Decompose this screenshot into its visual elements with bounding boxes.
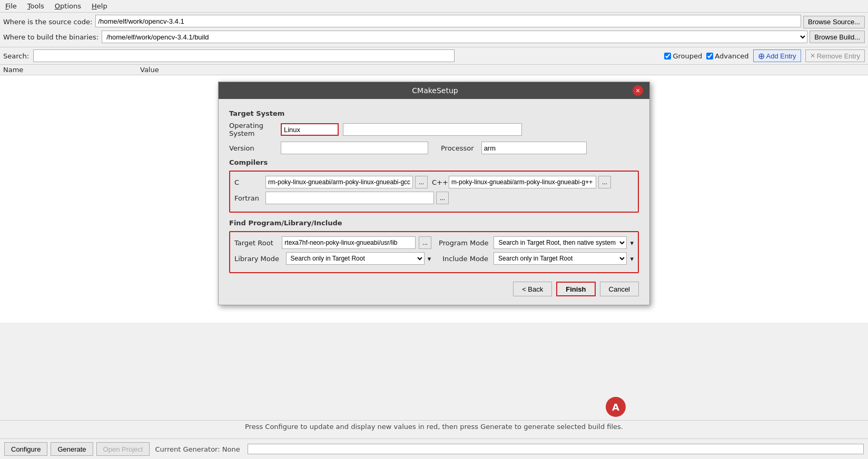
cmake-setup-dialog: CMakeSetup × Target System Operating Sys… <box>218 82 650 305</box>
search-input[interactable] <box>33 49 455 62</box>
browse-build-button[interactable]: Browse Build... <box>810 31 865 43</box>
fortran-compiler-row: Fortran ... <box>234 192 634 204</box>
generate-button[interactable]: Generate <box>51 442 93 456</box>
version-label: Version <box>229 144 277 152</box>
cancel-button[interactable]: Cancel <box>600 282 639 296</box>
remove-entry-button[interactable]: ✕ Remove Entry <box>805 49 865 62</box>
target-root-label: Target Root <box>234 239 279 247</box>
source-label: Where is the source code: <box>3 18 92 26</box>
dialog-titlebar: CMakeSetup × <box>219 82 649 99</box>
progress-bar <box>248 444 864 454</box>
menubar: File Tools Options Help <box>0 0 868 13</box>
library-mode-chevron: ▾ <box>428 255 431 263</box>
advanced-checkbox[interactable] <box>706 53 713 59</box>
version-input[interactable] <box>281 142 428 154</box>
open-project-button[interactable]: Open Project <box>96 442 150 456</box>
include-mode-label: Include Mode <box>442 255 488 263</box>
current-generator: Current Generator: None <box>155 445 240 453</box>
menu-help[interactable]: Help <box>90 1 110 11</box>
fortran-browse-button[interactable]: ... <box>436 192 449 204</box>
add-entry-button[interactable]: ⊕ Add Entry <box>753 49 801 62</box>
source-input[interactable] <box>95 15 801 27</box>
search-label: Search: <box>3 52 29 60</box>
menu-options[interactable]: Options <box>53 1 83 11</box>
c-compiler-label: C <box>234 178 263 186</box>
target-system-label: Target System <box>229 109 639 117</box>
advanced-checkbox-label[interactable]: Advanced <box>706 52 748 60</box>
build-label: Where to build the binaries: <box>3 33 98 41</box>
program-mode-chevron: ▾ <box>630 239 634 247</box>
remove-icon: ✕ <box>810 52 815 59</box>
c-compiler-row: C ... C++ ... <box>234 176 634 188</box>
processor-label: Processor <box>441 144 474 152</box>
version-row: Version Processor <box>229 142 639 154</box>
corner-icon: A <box>606 397 626 417</box>
bottom-bar: Configure Generate Open Project Current … <box>0 438 868 459</box>
menu-file[interactable]: File <box>3 1 19 11</box>
os-label: Operating System <box>229 122 277 137</box>
fortran-input[interactable] <box>265 192 434 204</box>
processor-input[interactable] <box>481 142 587 154</box>
finish-button[interactable]: Finish <box>556 282 595 296</box>
os-row: Operating System <box>229 122 639 137</box>
dialog-close-button[interactable]: × <box>633 85 643 96</box>
program-mode-select[interactable]: Search in Target Root, then native syste… <box>494 236 627 249</box>
cxx-compiler-input[interactable] <box>449 176 596 188</box>
col-name-header: Name <box>3 66 140 74</box>
grouped-checkbox[interactable] <box>664 53 671 59</box>
c-compiler-browse-button[interactable]: ... <box>415 176 428 188</box>
menu-tools[interactable]: Tools <box>25 1 46 11</box>
dialog-buttons: < Back Finish Cancel <box>229 282 639 296</box>
col-value-header: Value <box>140 66 159 74</box>
compilers-label: Compilers <box>229 158 639 166</box>
statusbar: Press Configure to update and display ne… <box>0 420 868 433</box>
library-mode-label: Library Mode <box>234 255 281 263</box>
configure-button[interactable]: Configure <box>4 442 47 456</box>
os-extra-input[interactable] <box>343 123 522 136</box>
target-root-row: Target Root ... Program Mode Search in T… <box>234 236 634 249</box>
find-section: Target Root ... Program Mode Search in T… <box>229 231 639 273</box>
target-root-browse-button[interactable]: ... <box>419 236 431 249</box>
c-compiler-input[interactable] <box>265 176 413 188</box>
column-headers: Name Value <box>0 65 868 75</box>
cxx-compiler-label: C++ <box>432 178 447 186</box>
build-select[interactable]: /home/elf/work/opencv-3.4.1/build <box>102 31 807 43</box>
status-message: Press Configure to update and display ne… <box>245 423 623 431</box>
corner-icon-symbol: A <box>612 402 619 413</box>
browse-source-button[interactable]: Browse Source... <box>803 16 865 28</box>
cxx-compiler-browse-button[interactable]: ... <box>598 176 611 188</box>
library-mode-row: Library Mode Search only in Target RootS… <box>234 252 634 265</box>
include-mode-chevron: ▾ <box>630 255 634 263</box>
os-input[interactable] <box>281 123 339 136</box>
library-mode-select[interactable]: Search only in Target RootSearch in Targ… <box>286 252 425 265</box>
add-icon: ⊕ <box>758 51 765 61</box>
compilers-section: C ... C++ ... Fortran ... <box>229 171 639 213</box>
include-mode-select[interactable]: Search only in Target RootSearch in Targ… <box>494 252 627 265</box>
back-button[interactable]: < Back <box>513 282 552 296</box>
grouped-checkbox-label[interactable]: Grouped <box>664 52 702 60</box>
find-section-label: Find Program/Library/Include <box>229 219 639 227</box>
fortran-label: Fortran <box>234 194 263 202</box>
dialog-title: CMakeSetup <box>238 86 633 95</box>
target-root-input[interactable] <box>282 236 416 249</box>
program-mode-label: Program Mode <box>439 239 488 247</box>
